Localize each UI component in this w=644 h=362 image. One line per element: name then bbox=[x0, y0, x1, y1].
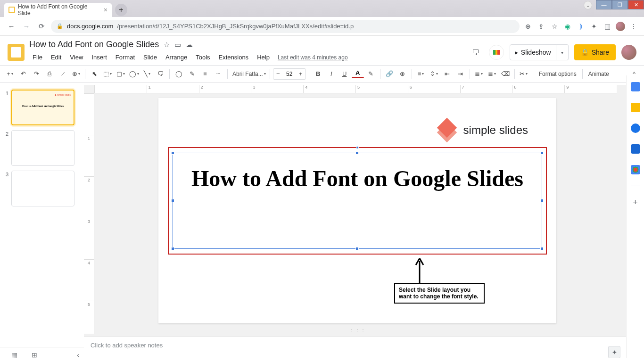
menu-file[interactable]: File bbox=[29, 52, 46, 62]
line-spacing-button[interactable]: ⇕ bbox=[428, 68, 440, 80]
font-size-decrease-button[interactable]: − bbox=[273, 70, 283, 77]
side-panel-icon[interactable]: ▥ bbox=[603, 23, 612, 30]
chrome-menu-icon[interactable]: ⋮ bbox=[629, 23, 638, 30]
zoom-icon[interactable]: ⊕ bbox=[523, 23, 533, 30]
slideshow-dropdown[interactable]: ▾ bbox=[556, 44, 569, 60]
animate-button[interactable]: Animate bbox=[586, 71, 612, 77]
add-comment-button[interactable]: ⊕ bbox=[396, 68, 409, 80]
slide-thumbnail-2[interactable] bbox=[11, 130, 74, 166]
align-button[interactable]: ≡ bbox=[415, 68, 427, 80]
horizontal-ruler[interactable]: 1 2 3 4 5 6 7 8 9 bbox=[94, 85, 617, 93]
menu-edit[interactable]: Edit bbox=[48, 52, 65, 62]
slides-logo-icon[interactable] bbox=[8, 44, 25, 61]
resize-handle[interactable] bbox=[171, 199, 174, 202]
menu-extensions[interactable]: Extensions bbox=[215, 52, 252, 62]
menu-view[interactable]: View bbox=[66, 52, 86, 62]
underline-button[interactable]: U bbox=[339, 68, 351, 80]
menu-insert[interactable]: Insert bbox=[88, 52, 110, 62]
speaker-notes-drag-handle[interactable]: ⋮⋮⋮ bbox=[349, 329, 366, 334]
cloud-status-icon[interactable]: ☁ bbox=[186, 41, 193, 49]
line-button[interactable]: ╲ bbox=[141, 68, 153, 80]
reload-button[interactable]: ⟳ bbox=[36, 22, 47, 31]
zoom-button[interactable]: ⊕ bbox=[70, 68, 82, 80]
slideshow-button[interactable]: ▸ Slideshow bbox=[510, 44, 556, 60]
document-title[interactable]: How to Add Font on Google Slides bbox=[29, 40, 159, 49]
explore-button[interactable]: ✦ bbox=[608, 346, 620, 358]
highlight-button[interactable]: ✎ bbox=[365, 68, 377, 80]
vertical-ruler[interactable]: 1 2 3 4 5 bbox=[84, 93, 94, 334]
print-button[interactable]: ⎙ bbox=[43, 68, 56, 80]
filmstrip-view-button[interactable]: ▦ bbox=[11, 351, 17, 359]
slide-thumbnail-1[interactable]: ◆ simple slides How to Add Font on Googl… bbox=[11, 90, 74, 125]
slide-canvas[interactable]: simple slides How to Add Font on Google … bbox=[158, 98, 556, 323]
star-icon[interactable]: ☆ bbox=[164, 41, 170, 49]
contacts-icon[interactable] bbox=[631, 144, 640, 154]
add-addon-button[interactable]: + bbox=[633, 197, 638, 207]
undo-button[interactable]: ↶ bbox=[17, 68, 29, 80]
menu-format[interactable]: Format bbox=[112, 52, 138, 62]
account-chip[interactable]: ⌄ bbox=[584, 1, 592, 9]
account-avatar-icon[interactable] bbox=[621, 45, 636, 60]
font-size-input[interactable]: 52 bbox=[283, 71, 296, 77]
select-tool-button[interactable]: ⬉ bbox=[88, 68, 100, 80]
paint-format-button[interactable]: ⟋ bbox=[57, 68, 69, 80]
insert-link-button[interactable]: 🔗 bbox=[383, 68, 396, 80]
grid-view-button[interactable]: ⊞ bbox=[32, 351, 37, 359]
mask-image-button[interactable]: ✂ bbox=[518, 68, 530, 80]
share-button[interactable]: 🔒 Share bbox=[574, 44, 616, 60]
indent-decrease-button[interactable]: ⇤ bbox=[441, 68, 454, 80]
install-icon[interactable]: ⇪ bbox=[537, 23, 546, 30]
tab-close-icon[interactable]: × bbox=[104, 6, 107, 14]
extensions-puzzle-icon[interactable]: ✦ bbox=[589, 23, 599, 30]
border-dash-button[interactable]: ┄ bbox=[212, 68, 224, 80]
fill-color-button[interactable]: ◯ bbox=[173, 68, 185, 80]
text-color-button[interactable]: A bbox=[352, 70, 364, 78]
bold-button[interactable]: B bbox=[312, 68, 324, 80]
resize-handle[interactable] bbox=[355, 151, 359, 155]
maps-icon[interactable] bbox=[631, 165, 640, 174]
window-close-button[interactable]: ✕ bbox=[628, 0, 644, 9]
speaker-notes[interactable]: Click to add speaker notes bbox=[84, 337, 626, 362]
bookmark-star-icon[interactable]: ☆ bbox=[550, 23, 559, 30]
textbox-button[interactable]: ⬚ bbox=[101, 68, 114, 80]
menu-tools[interactable]: Tools bbox=[192, 52, 213, 62]
numbered-list-button[interactable]: ≣ bbox=[486, 68, 498, 80]
extension-cast-icon[interactable]: ⦘ bbox=[576, 23, 586, 30]
format-options-button[interactable]: Format options bbox=[536, 71, 579, 77]
rotation-handle[interactable] bbox=[356, 146, 359, 149]
border-weight-button[interactable]: ≡ bbox=[199, 68, 211, 80]
comments-button[interactable]: 🗨 bbox=[468, 45, 483, 60]
extension-grammarly-icon[interactable]: ◉ bbox=[563, 23, 572, 30]
font-selector[interactable]: Abril Fatfa... bbox=[231, 68, 267, 80]
shape-button[interactable]: ◯ bbox=[128, 68, 140, 80]
resize-handle[interactable] bbox=[540, 247, 544, 250]
slide-thumbnail-3[interactable] bbox=[11, 171, 74, 206]
forward-button[interactable]: → bbox=[21, 22, 32, 30]
new-tab-button[interactable]: + bbox=[115, 4, 127, 16]
menu-arrange[interactable]: Arrange bbox=[162, 52, 190, 62]
resize-handle[interactable] bbox=[540, 151, 544, 155]
profile-avatar-icon[interactable] bbox=[616, 22, 625, 31]
last-edit-link[interactable]: Last edit was 4 minutes ago bbox=[278, 54, 348, 61]
tasks-icon[interactable] bbox=[631, 123, 640, 133]
font-size-increase-button[interactable]: + bbox=[296, 70, 305, 77]
calendar-icon[interactable] bbox=[631, 82, 640, 91]
move-icon[interactable]: ▭ bbox=[174, 41, 181, 49]
collapse-filmstrip-button[interactable]: ‹ bbox=[77, 351, 79, 359]
resize-handle[interactable] bbox=[171, 151, 174, 155]
new-slide-button[interactable]: + bbox=[4, 68, 16, 80]
clear-formatting-button[interactable]: ⌫ bbox=[499, 68, 512, 80]
resize-handle[interactable] bbox=[355, 247, 359, 250]
address-bar[interactable]: 🔒 docs.google.com/presentation/d/12J_S4Y… bbox=[51, 20, 520, 33]
menu-slide[interactable]: Slide bbox=[140, 52, 160, 62]
resize-handle[interactable] bbox=[540, 199, 544, 202]
italic-button[interactable]: I bbox=[325, 68, 338, 80]
slide-title-text[interactable]: How to Add Font on Google Slides bbox=[173, 153, 542, 193]
back-button[interactable]: ← bbox=[6, 22, 17, 30]
bulleted-list-button[interactable]: ≣ bbox=[473, 68, 485, 80]
browser-tab[interactable]: How to Add Font on Google Slide × bbox=[4, 3, 112, 17]
comment-button[interactable]: 🗨 bbox=[154, 68, 166, 80]
menu-help[interactable]: Help bbox=[254, 52, 273, 62]
keep-icon[interactable] bbox=[631, 103, 640, 112]
border-color-button[interactable]: ✎ bbox=[186, 68, 198, 80]
